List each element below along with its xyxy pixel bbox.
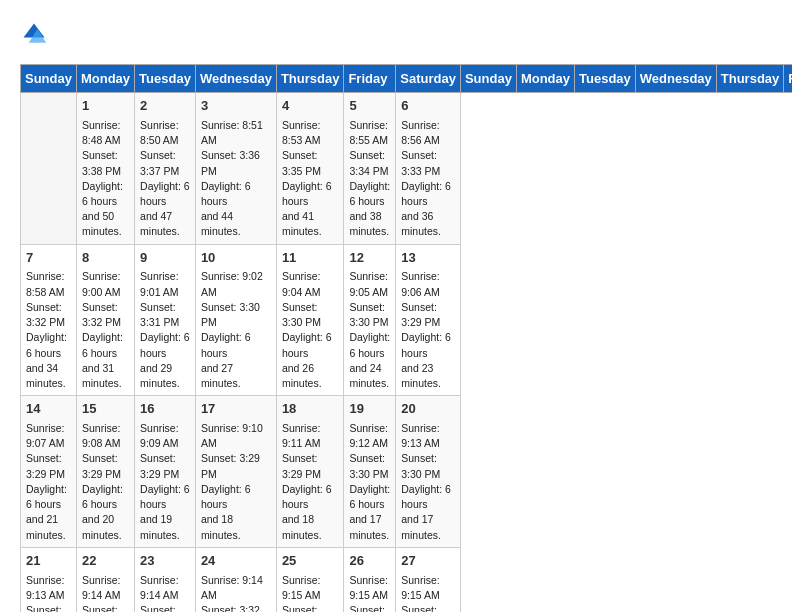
day-info: Sunrise: 8:55 AM Sunset: 3:34 PM Dayligh… xyxy=(349,118,390,240)
calendar-header-row: SundayMondayTuesdayWednesdayThursdayFrid… xyxy=(21,65,793,93)
day-number: 15 xyxy=(82,400,129,419)
day-number: 14 xyxy=(26,400,71,419)
day-info: Sunrise: 9:12 AM Sunset: 3:30 PM Dayligh… xyxy=(349,421,390,543)
calendar-cell: 2Sunrise: 8:50 AM Sunset: 3:37 PM Daylig… xyxy=(135,93,196,245)
day-info: Sunrise: 9:10 AM Sunset: 3:29 PM Dayligh… xyxy=(201,421,271,543)
day-of-week-header: Sunday xyxy=(460,65,516,93)
day-number: 8 xyxy=(82,249,129,268)
day-number: 25 xyxy=(282,552,339,571)
calendar-cell: 9Sunrise: 9:01 AM Sunset: 3:31 PM Daylig… xyxy=(135,244,196,396)
day-of-week-header: Tuesday xyxy=(575,65,636,93)
day-number: 17 xyxy=(201,400,271,419)
day-info: Sunrise: 9:00 AM Sunset: 3:32 PM Dayligh… xyxy=(82,269,129,391)
day-number: 9 xyxy=(140,249,190,268)
day-number: 19 xyxy=(349,400,390,419)
calendar-cell: 12Sunrise: 9:05 AM Sunset: 3:30 PM Dayli… xyxy=(344,244,396,396)
calendar-cell: 19Sunrise: 9:12 AM Sunset: 3:30 PM Dayli… xyxy=(344,396,396,548)
day-info: Sunrise: 9:07 AM Sunset: 3:29 PM Dayligh… xyxy=(26,421,71,543)
day-of-week-header: Sunday xyxy=(21,65,77,93)
day-info: Sunrise: 8:58 AM Sunset: 3:32 PM Dayligh… xyxy=(26,269,71,391)
day-info: Sunrise: 8:53 AM Sunset: 3:35 PM Dayligh… xyxy=(282,118,339,240)
day-of-week-header: Tuesday xyxy=(135,65,196,93)
day-number: 13 xyxy=(401,249,455,268)
day-info: Sunrise: 9:04 AM Sunset: 3:30 PM Dayligh… xyxy=(282,269,339,391)
calendar-week-row: 14Sunrise: 9:07 AM Sunset: 3:29 PM Dayli… xyxy=(21,396,793,548)
calendar-cell: 8Sunrise: 9:00 AM Sunset: 3:32 PM Daylig… xyxy=(76,244,134,396)
day-number: 16 xyxy=(140,400,190,419)
day-info: Sunrise: 9:15 AM Sunset: 3:33 PM Dayligh… xyxy=(349,573,390,612)
day-of-week-header: Monday xyxy=(76,65,134,93)
calendar-cell xyxy=(21,93,77,245)
calendar-cell: 25Sunrise: 9:15 AM Sunset: 3:33 PM Dayli… xyxy=(276,547,344,612)
day-number: 23 xyxy=(140,552,190,571)
day-number: 2 xyxy=(140,97,190,116)
day-number: 1 xyxy=(82,97,129,116)
day-of-week-header: Friday xyxy=(784,65,792,93)
calendar-cell: 15Sunrise: 9:08 AM Sunset: 3:29 PM Dayli… xyxy=(76,396,134,548)
calendar-cell: 10Sunrise: 9:02 AM Sunset: 3:30 PM Dayli… xyxy=(195,244,276,396)
page-header xyxy=(20,20,772,48)
calendar-cell: 22Sunrise: 9:14 AM Sunset: 3:31 PM Dayli… xyxy=(76,547,134,612)
day-of-week-header: Wednesday xyxy=(635,65,716,93)
calendar-cell: 24Sunrise: 9:14 AM Sunset: 3:32 PM Dayli… xyxy=(195,547,276,612)
day-info: Sunrise: 9:11 AM Sunset: 3:29 PM Dayligh… xyxy=(282,421,339,543)
day-number: 10 xyxy=(201,249,271,268)
day-number: 26 xyxy=(349,552,390,571)
day-number: 12 xyxy=(349,249,390,268)
day-number: 7 xyxy=(26,249,71,268)
day-info: Sunrise: 9:15 AM Sunset: 3:34 PM Dayligh… xyxy=(401,573,455,612)
day-info: Sunrise: 8:51 AM Sunset: 3:36 PM Dayligh… xyxy=(201,118,271,240)
day-number: 20 xyxy=(401,400,455,419)
calendar-cell: 23Sunrise: 9:14 AM Sunset: 3:31 PM Dayli… xyxy=(135,547,196,612)
calendar-cell: 21Sunrise: 9:13 AM Sunset: 3:30 PM Dayli… xyxy=(21,547,77,612)
logo-icon xyxy=(20,20,48,48)
day-number: 27 xyxy=(401,552,455,571)
calendar-cell: 5Sunrise: 8:55 AM Sunset: 3:34 PM Daylig… xyxy=(344,93,396,245)
calendar-cell: 3Sunrise: 8:51 AM Sunset: 3:36 PM Daylig… xyxy=(195,93,276,245)
calendar-cell: 26Sunrise: 9:15 AM Sunset: 3:33 PM Dayli… xyxy=(344,547,396,612)
day-of-week-header: Wednesday xyxy=(195,65,276,93)
day-number: 24 xyxy=(201,552,271,571)
calendar-cell: 17Sunrise: 9:10 AM Sunset: 3:29 PM Dayli… xyxy=(195,396,276,548)
calendar-cell: 20Sunrise: 9:13 AM Sunset: 3:30 PM Dayli… xyxy=(396,396,461,548)
day-info: Sunrise: 9:09 AM Sunset: 3:29 PM Dayligh… xyxy=(140,421,190,543)
day-number: 18 xyxy=(282,400,339,419)
day-of-week-header: Friday xyxy=(344,65,396,93)
day-of-week-header: Thursday xyxy=(276,65,344,93)
day-info: Sunrise: 9:01 AM Sunset: 3:31 PM Dayligh… xyxy=(140,269,190,391)
calendar-table: SundayMondayTuesdayWednesdayThursdayFrid… xyxy=(20,64,792,612)
calendar-cell: 1Sunrise: 8:48 AM Sunset: 3:38 PM Daylig… xyxy=(76,93,134,245)
calendar-cell: 16Sunrise: 9:09 AM Sunset: 3:29 PM Dayli… xyxy=(135,396,196,548)
day-info: Sunrise: 9:15 AM Sunset: 3:33 PM Dayligh… xyxy=(282,573,339,612)
calendar-cell: 6Sunrise: 8:56 AM Sunset: 3:33 PM Daylig… xyxy=(396,93,461,245)
day-number: 5 xyxy=(349,97,390,116)
calendar-cell: 14Sunrise: 9:07 AM Sunset: 3:29 PM Dayli… xyxy=(21,396,77,548)
day-of-week-header: Saturday xyxy=(396,65,461,93)
day-info: Sunrise: 9:13 AM Sunset: 3:30 PM Dayligh… xyxy=(26,573,71,612)
calendar-cell: 27Sunrise: 9:15 AM Sunset: 3:34 PM Dayli… xyxy=(396,547,461,612)
calendar-cell: 4Sunrise: 8:53 AM Sunset: 3:35 PM Daylig… xyxy=(276,93,344,245)
day-number: 4 xyxy=(282,97,339,116)
day-info: Sunrise: 8:48 AM Sunset: 3:38 PM Dayligh… xyxy=(82,118,129,240)
day-of-week-header: Monday xyxy=(516,65,574,93)
day-info: Sunrise: 9:14 AM Sunset: 3:32 PM Dayligh… xyxy=(201,573,271,612)
day-of-week-header: Thursday xyxy=(716,65,784,93)
calendar-cell: 11Sunrise: 9:04 AM Sunset: 3:30 PM Dayli… xyxy=(276,244,344,396)
day-info: Sunrise: 8:50 AM Sunset: 3:37 PM Dayligh… xyxy=(140,118,190,240)
day-info: Sunrise: 9:05 AM Sunset: 3:30 PM Dayligh… xyxy=(349,269,390,391)
calendar-cell: 7Sunrise: 8:58 AM Sunset: 3:32 PM Daylig… xyxy=(21,244,77,396)
calendar-cell: 18Sunrise: 9:11 AM Sunset: 3:29 PM Dayli… xyxy=(276,396,344,548)
day-info: Sunrise: 9:02 AM Sunset: 3:30 PM Dayligh… xyxy=(201,269,271,391)
calendar-week-row: 1Sunrise: 8:48 AM Sunset: 3:38 PM Daylig… xyxy=(21,93,793,245)
day-info: Sunrise: 9:13 AM Sunset: 3:30 PM Dayligh… xyxy=(401,421,455,543)
day-info: Sunrise: 9:14 AM Sunset: 3:31 PM Dayligh… xyxy=(82,573,129,612)
day-info: Sunrise: 9:08 AM Sunset: 3:29 PM Dayligh… xyxy=(82,421,129,543)
day-number: 11 xyxy=(282,249,339,268)
day-number: 6 xyxy=(401,97,455,116)
day-number: 21 xyxy=(26,552,71,571)
calendar-cell: 13Sunrise: 9:06 AM Sunset: 3:29 PM Dayli… xyxy=(396,244,461,396)
calendar-week-row: 21Sunrise: 9:13 AM Sunset: 3:30 PM Dayli… xyxy=(21,547,793,612)
day-number: 3 xyxy=(201,97,271,116)
logo xyxy=(20,20,52,48)
day-info: Sunrise: 9:14 AM Sunset: 3:31 PM Dayligh… xyxy=(140,573,190,612)
